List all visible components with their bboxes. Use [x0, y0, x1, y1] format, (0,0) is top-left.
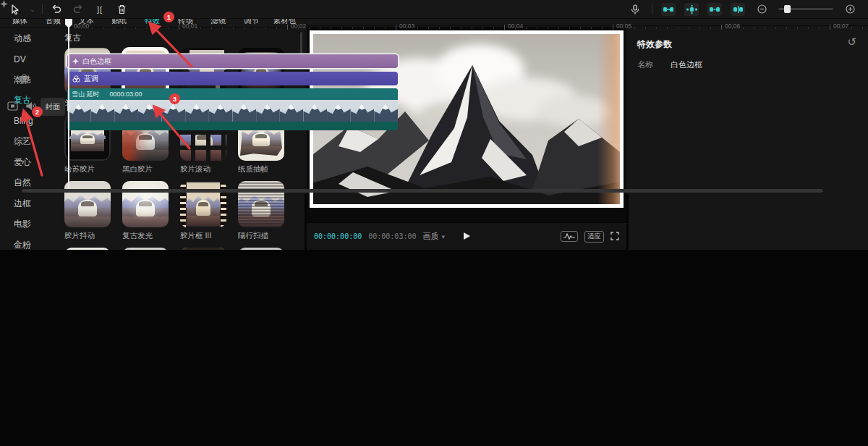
- filter-track-icon[interactable]: [20, 74, 29, 83]
- effect-thumbnail[interactable]: [238, 248, 284, 250]
- thumbnail-scene: [122, 181, 169, 227]
- effect-thumbnail[interactable]: [180, 181, 226, 227]
- video-clip-filmstrip: [67, 100, 398, 122]
- ruler-minor-tick: [146, 28, 147, 29]
- select-tool-button[interactable]: [7, 1, 23, 17]
- ruler-minor-tick: [320, 28, 320, 29]
- sidebar-category-2[interactable]: 潮酷: [0, 70, 59, 91]
- ruler-label-00:03: 00:03: [396, 23, 414, 30]
- zoom-in-icon[interactable]: [842, 1, 858, 17]
- effect-item-partial[interactable]: [64, 248, 111, 250]
- timeline-zoom-slider[interactable]: [778, 8, 833, 10]
- waveform-toggle-button[interactable]: [561, 231, 578, 242]
- filter-clip-blue-tone[interactable]: 蓝调: [67, 72, 398, 85]
- ruler-minor-tick: [363, 28, 364, 29]
- split-button[interactable]: ][: [92, 1, 108, 17]
- video-clip-name: 雪山 延时: [72, 90, 100, 99]
- preview-axis-toggle-icon[interactable]: [707, 3, 722, 16]
- ruler-time-label: 00:05: [616, 23, 631, 30]
- effect-thumbnail[interactable]: [122, 248, 169, 250]
- thumb-car: [136, 133, 156, 150]
- sidebar-category-8[interactable]: 边框: [0, 193, 59, 214]
- ruler-minor-tick: [200, 28, 201, 29]
- effect-item-partial[interactable]: [122, 248, 169, 250]
- timeline-tools-right: [627, 1, 868, 17]
- effect-thumbnail[interactable]: [64, 248, 111, 250]
- zoom-out-icon[interactable]: [754, 1, 770, 17]
- fullscreen-icon[interactable]: [610, 230, 619, 243]
- thumb-car: [196, 200, 210, 216]
- ruler-label-00:02: 00:02: [287, 23, 306, 30]
- video-clip-header: 雪山 延时 0000:03:00: [67, 88, 398, 100]
- sidebar-category-9[interactable]: 电影: [0, 214, 59, 235]
- ruler-minor-tick: [743, 28, 744, 29]
- play-button[interactable]: [462, 230, 471, 243]
- filmstrip-frame: [232, 100, 256, 122]
- effect-thumbnail[interactable]: [64, 181, 111, 227]
- undo-button[interactable]: [48, 1, 64, 17]
- timeline-ruler[interactable]: 00:0000:0100:0200:0300:0400:0500:0600:07: [0, 19, 868, 31]
- filmstrip-frame: [138, 100, 162, 122]
- thumb-road: [64, 216, 111, 227]
- ruler-minor-tick: [786, 28, 787, 29]
- ruler-minor-tick: [309, 28, 310, 29]
- section-title: 复古: [64, 33, 81, 43]
- cover-button[interactable]: 封面: [41, 98, 65, 116]
- timeline-toolbar: ⌄ ][: [0, 0, 868, 19]
- effect-thumbnail[interactable]: [180, 248, 226, 250]
- ruler-minor-tick: [775, 28, 776, 29]
- effect-clip-white-border[interactable]: 白色边框: [67, 54, 398, 68]
- reset-icon[interactable]: ↺: [847, 35, 856, 49]
- ruler-minor-tick: [374, 28, 375, 29]
- video-clip-snow-mountain[interactable]: 雪山 延时 0000:03:00: [67, 88, 398, 130]
- toolbar-divider: [652, 4, 652, 14]
- effect-item-partial[interactable]: [238, 248, 284, 250]
- sidebar-category-6[interactable]: 爱心: [0, 152, 59, 173]
- toolbar-divider: [42, 4, 43, 14]
- filmstrip-frame: [67, 100, 91, 122]
- inspector-panel: 特效 特效参数 ↺ 名称 白色边框: [629, 0, 868, 250]
- record-voiceover-button[interactable]: [627, 1, 643, 17]
- ruler-time-label: 00:03: [399, 23, 414, 30]
- effect-name-label: 胶片抖动: [64, 231, 111, 241]
- player-right-controls: 适应: [561, 230, 619, 243]
- timeline-horizontal-scrollbar[interactable]: [22, 189, 823, 193]
- delete-button[interactable]: [114, 1, 129, 17]
- ruler-minor-tick: [548, 28, 548, 29]
- sidebar-category-10[interactable]: 金粉: [0, 235, 59, 250]
- linked-selection-toggle-icon[interactable]: [684, 3, 699, 16]
- playhead-line[interactable]: [68, 19, 69, 188]
- thumb-car: [194, 133, 213, 150]
- ruler-minor-tick: [558, 28, 559, 29]
- zoom-slider-handle[interactable]: [784, 5, 791, 13]
- effect-name-value: 白色边框: [671, 59, 702, 70]
- sidebar-category-5[interactable]: 综艺: [0, 132, 59, 153]
- track-magnet-toggle-icon[interactable]: [731, 3, 745, 16]
- sidebar-category-0[interactable]: 动感: [0, 28, 59, 49]
- ruler-minor-tick: [797, 28, 798, 29]
- mute-track-icon[interactable]: [26, 101, 36, 111]
- effect-item-partial[interactable]: [180, 248, 226, 250]
- effect-name-label: 复古发光: [122, 231, 169, 241]
- redo-button[interactable]: [70, 1, 86, 17]
- ruler-major-tick: [179, 25, 179, 30]
- main-track-icon[interactable]: [7, 101, 18, 111]
- sidebar-category-1[interactable]: DV: [0, 49, 59, 70]
- ruler-minor-tick: [819, 28, 820, 29]
- ruler-minor-tick: [602, 28, 603, 29]
- effect-name-label: 哈苏胶片: [64, 164, 111, 174]
- effect-name-row: 名称 白色边框: [637, 59, 702, 70]
- quality-dropdown[interactable]: 画质: [422, 231, 445, 242]
- ruler-minor-tick: [103, 28, 103, 29]
- ruler-minor-tick: [331, 28, 331, 29]
- ruler-minor-tick: [222, 28, 223, 29]
- effect-thumbnail[interactable]: [238, 181, 284, 227]
- fit-button[interactable]: 适应: [584, 231, 604, 243]
- ruler-minor-tick: [114, 28, 114, 29]
- snap-toggle-icon[interactable]: [661, 3, 676, 16]
- effect-thumbnail[interactable]: [122, 181, 169, 227]
- ruler-minor-tick: [493, 28, 494, 29]
- select-tool-chevron-icon[interactable]: ⌄: [29, 1, 36, 17]
- video-clip-audio-area: [67, 122, 398, 130]
- effect-name-label: 胶片滚动: [180, 164, 226, 174]
